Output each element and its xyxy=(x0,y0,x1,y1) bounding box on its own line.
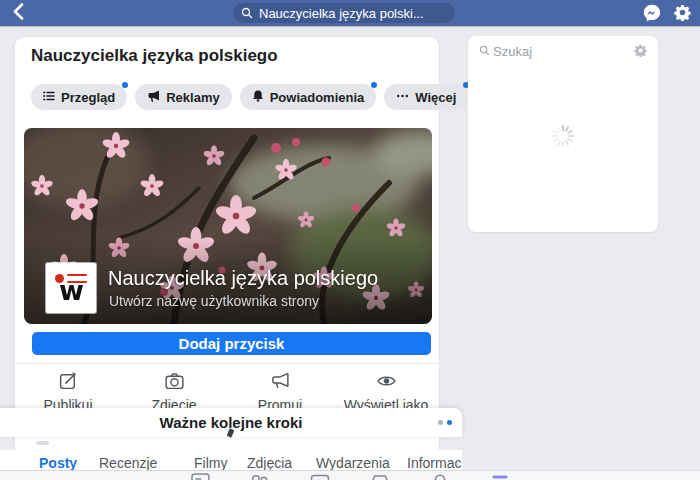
messenger-button[interactable] xyxy=(643,4,661,22)
settings-button[interactable] xyxy=(674,4,691,21)
tab-przeglad[interactable]: Przegląd xyxy=(31,84,127,110)
sheet-pagination-dots xyxy=(438,420,452,425)
admin-tab-pills: Przegląd Reklamy Powiadomienia xyxy=(31,84,468,110)
watch-icon[interactable] xyxy=(310,473,330,480)
notification-dot xyxy=(371,82,377,88)
tab-wydarzenia[interactable]: Wydarzenia xyxy=(316,455,390,471)
tab-reklamy[interactable]: Reklamy xyxy=(135,84,231,110)
loading-spinner xyxy=(551,124,575,148)
gear-icon xyxy=(674,9,691,24)
list-icon xyxy=(43,90,55,105)
sidebar-card: Szukaj xyxy=(468,36,658,232)
tab-recenzje[interactable]: Recenzje xyxy=(99,455,157,471)
search-icon xyxy=(241,7,253,19)
tab-zdjecia[interactable]: Zdjęcia xyxy=(247,455,292,471)
tab-informacje[interactable]: Informacje xyxy=(407,455,462,471)
camera-icon xyxy=(164,370,185,394)
eye-icon xyxy=(376,370,397,394)
app-bottom-nav xyxy=(0,470,700,480)
next-steps-sheet[interactable]: Ważne kolejne kroki xyxy=(0,408,462,437)
tab-przeglad-label: Przegląd xyxy=(61,90,115,105)
megaphone-icon xyxy=(270,370,291,394)
notification-dot xyxy=(122,82,128,88)
search-icon xyxy=(479,44,490,59)
bell-icon xyxy=(252,90,264,105)
photo-action[interactable]: Zdjęcie xyxy=(121,364,227,410)
gear-icon xyxy=(634,45,647,60)
tab-filmy[interactable]: Filmy xyxy=(194,455,227,471)
sidebar-search-input[interactable]: Szukaj xyxy=(479,44,532,59)
tab-posty[interactable]: Posty xyxy=(39,455,77,471)
tab-wiecej-label: Więcej xyxy=(415,90,456,105)
cover-photo[interactable]: w Nauczycielka języka polskiego Utwórz n… xyxy=(24,128,432,324)
page-title: Nauczycielka języka polskiego xyxy=(31,46,278,66)
page-avatar[interactable]: w xyxy=(46,263,96,313)
hidden-content-dash xyxy=(36,441,49,445)
compose-icon xyxy=(58,370,79,394)
publish-action[interactable]: Publikuj xyxy=(15,364,121,410)
page-admin-card: Nauczycielka języka polskiego Przegląd R… xyxy=(14,36,440,470)
add-button-button[interactable]: Dodaj przycisk xyxy=(32,332,431,355)
menu-icon[interactable] xyxy=(490,473,510,480)
cover-page-name: Nauczycielka języka polskiego xyxy=(108,267,378,290)
tab-powiadomienia-label: Powiadomienia xyxy=(270,90,365,105)
tab-powiadomienia[interactable]: Powiadomienia xyxy=(240,84,377,110)
messenger-icon xyxy=(643,10,661,25)
tab-reklamy-label: Reklamy xyxy=(166,90,219,105)
notifications-icon[interactable] xyxy=(430,473,450,480)
friends-icon[interactable] xyxy=(250,473,270,480)
top-navigation-bar: Nauczycielka języka polski... xyxy=(0,0,700,26)
facebook-page-admin-screen: Nauczycielka języka polski... Nauczyciel… xyxy=(0,0,700,480)
logo-letter: w xyxy=(46,275,96,306)
search-input-value: Nauczycielka języka polski... xyxy=(259,6,424,21)
promote-action[interactable]: Promuj xyxy=(227,364,333,410)
news-feed-icon[interactable] xyxy=(190,473,210,480)
tab-wiecej[interactable]: Więcej xyxy=(384,84,468,110)
chevron-left-icon xyxy=(13,3,24,23)
sidebar-search-placeholder: Szukaj xyxy=(493,44,532,59)
search-input[interactable]: Nauczycielka języka polski... xyxy=(233,3,455,23)
marketplace-icon[interactable] xyxy=(370,473,390,480)
page-action-row: Publikuj Zdjęcie Promuj Wyświetl jako xyxy=(15,363,439,410)
back-button[interactable] xyxy=(8,4,28,22)
view-as-action[interactable]: Wyświetl jako xyxy=(333,364,439,410)
username-prompt-link[interactable]: Utwórz nazwę użytkownika strony xyxy=(109,293,319,309)
sidebar-settings-button[interactable] xyxy=(633,44,647,58)
ellipsis-icon xyxy=(396,90,409,105)
megaphone-icon xyxy=(147,90,160,105)
